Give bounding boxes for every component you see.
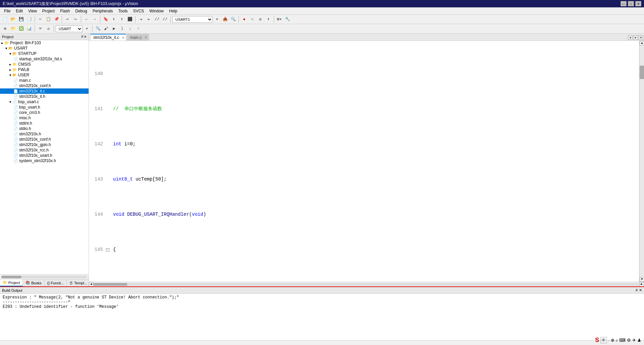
new-file-button[interactable]: 📄 [1,16,9,23]
nav-back-button[interactable]: ← [83,16,90,23]
vscroll-up[interactable]: ▲ [640,41,644,46]
menu-debug[interactable]: Debug [73,8,90,14]
bookmark-next-button[interactable]: ⬇ [110,16,117,23]
fold-marker-145[interactable]: − [106,248,109,252]
menu-help[interactable]: Help [166,8,180,14]
menu-project[interactable]: Project [40,8,57,14]
tab-close-all[interactable]: ✕ [639,35,643,40]
maximize-button[interactable]: □ [628,1,634,6]
code-line-143[interactable]: 143 uint8_t ucTemp[50]; [92,176,636,183]
settings-icon[interactable]: ⚙ [627,338,631,343]
redo-button[interactable]: ↪ [72,16,79,23]
debug-button[interactable]: 🔍 [229,16,237,23]
build-target-button[interactable]: ⚙ [1,25,9,32]
editor-vscrollbar[interactable]: ▲ ▼ [639,41,644,282]
build-clear-button[interactable]: ◎ [257,16,264,23]
input-icon[interactable]: ⌨ [619,338,626,343]
tree-fwlb[interactable]: ▸ 📁 FWLB [0,67,89,72]
build-download-button[interactable]: ⬇ [265,16,272,23]
build-stop-button[interactable]: ○ [249,16,256,23]
select-options-button[interactable]: ▾ [83,25,91,32]
vscroll-thumb[interactable] [640,66,644,79]
step-over-button[interactable]: ⤵ [118,25,126,32]
code-line-145[interactable]: 145 − { [92,246,636,253]
save-all-button[interactable]: 📑 [25,16,33,23]
unindent-button[interactable]: ⇤ [145,16,153,23]
menu-flash[interactable]: Flash [57,8,72,14]
open-project-button[interactable]: 📁 [9,25,17,32]
tree-cmsis[interactable]: ▸ 📁 CMSIS [0,62,89,67]
project-scroll-thumb[interactable] [1,276,21,278]
tree-user[interactable]: ▾ 📂 USER [0,72,89,78]
build-output-close-btn[interactable]: ✕ [639,288,642,292]
tree-bsp-h[interactable]: 📄 bsp_usart.h [0,105,89,110]
view-options-button[interactable]: ⊞▾ [276,16,283,23]
bookmark-clear-button[interactable]: ⬛ [126,16,133,23]
menu-file[interactable]: File [1,8,13,14]
step-out-button[interactable]: ↑ [135,25,142,32]
tree-conf-h[interactable]: 📄 stm32f10x_conf.h [0,83,89,88]
copy-button[interactable]: 📋 [45,16,52,23]
special-icon-1[interactable]: ✈ [632,338,636,343]
save-button[interactable]: 💾 [17,16,25,23]
tree-rcc[interactable]: 📄 stm32f10x_rcc.h [0,147,89,153]
minimize-button[interactable]: — [621,1,627,6]
code-line-142[interactable]: 142 int i=0; [92,141,636,148]
tab-scroll-left[interactable]: ◂ [628,35,633,40]
target-options-button[interactable]: ▾ [213,16,221,23]
code-line-144[interactable]: 144 void DEBUG_USART_IRQHandler(void) [92,211,636,218]
reset-button[interactable]: ↺ [45,25,52,32]
target-select[interactable]: USART1 [172,16,213,23]
open-file-button[interactable]: 📂 [9,16,17,23]
menu-view[interactable]: View [25,8,40,14]
vscroll-down[interactable]: ▼ [640,277,644,282]
inspect-button[interactable]: 🔍 [94,25,102,32]
menu-svcs[interactable]: SVCS [130,8,147,14]
code-line-141[interactable]: 141 // 串口中断服务函数 [92,106,636,113]
panel-pin-button[interactable]: # [81,35,83,39]
target-select-2[interactable]: USART [56,25,83,32]
tree-startup[interactable]: ▾ 📂 STARTUP [0,51,89,56]
tree-gpio[interactable]: 📄 stm32f10x_gpio.h [0,142,89,147]
tree-it-c[interactable]: 📄 stm32f10x_it.c [0,88,89,94]
tree-it-h[interactable]: 📄 stm32f10x_it.h [0,94,89,99]
close-button[interactable]: ✕ [635,1,641,6]
paste-button[interactable]: 📌 [53,16,60,23]
menu-window[interactable]: Window [147,8,166,14]
tree-bsp-usart[interactable]: ▾ 📄 bsp_usart.c [0,99,89,105]
undo-button[interactable]: ↩ [64,16,71,23]
tab-templates[interactable]: 🗒 Templ... [67,279,90,286]
hscroll-left[interactable]: ◄ [89,282,94,287]
tree-misc-h[interactable]: 📄 misc.h [0,115,89,121]
manage-button[interactable]: 📊 [25,25,33,32]
menu-edit[interactable]: Edit [13,8,25,14]
mic-icon[interactable]: ♪ [616,338,618,343]
tree-startup-file[interactable]: 📄 startup_stm32f10x_hd.s [0,56,89,62]
tab-books[interactable]: 📚 Books [23,279,45,286]
vscroll-track[interactable] [640,46,644,277]
tree-project[interactable]: ▸ 📁 Project: BH-F103 [0,40,89,46]
tab-scroll-right[interactable]: ▸ [633,35,638,40]
cut-button[interactable]: ✂ [37,16,44,23]
code-content[interactable]: 140 141 // 串口中断服务函数 142 [89,41,639,282]
step-into-button[interactable]: ↓ [126,25,134,32]
indent-button[interactable]: ⇥ [137,16,145,23]
main-c-tab-close[interactable]: ✕ [145,36,147,39]
uncomment-button[interactable]: // [161,16,169,23]
build-run-button[interactable]: ● [240,16,248,23]
build-output-pin-btn[interactable]: # [636,288,638,292]
editor-tab-main-c[interactable]: main.c ✕ [127,34,149,41]
tab-project[interactable]: 📁 Project [0,279,23,286]
project-scroll-track[interactable] [1,276,87,278]
keyboard-icon[interactable]: ⊕ [611,338,614,343]
close-project-button[interactable]: ❎ [17,25,25,32]
tools-button[interactable]: 🔧 [284,16,291,23]
cmd-button[interactable]: ⌨ [37,25,44,32]
code-line-140[interactable]: 140 [92,70,636,77]
tab-functions[interactable]: {} Functi... [45,279,67,286]
panel-close-button[interactable]: ✕ [84,35,87,39]
run-to-cursor-button[interactable]: ▶ [110,25,118,32]
comment-button[interactable]: // [153,16,161,23]
bookmark-button[interactable]: 🔖 [102,16,109,23]
hscroll-track[interactable] [94,283,639,286]
